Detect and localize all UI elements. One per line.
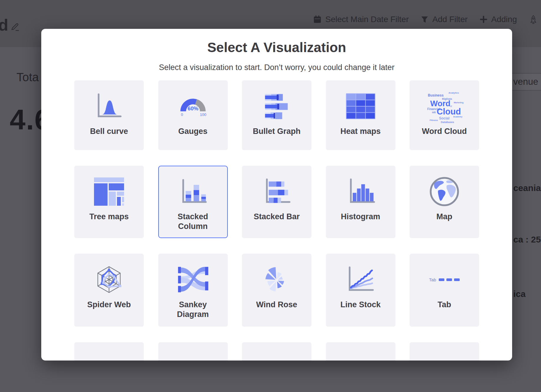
- viz-option-stub[interactable]: [242, 342, 311, 361]
- dashboard-toolbar: Select Main Date Filter Add Filter Addin…: [313, 15, 538, 24]
- viz-option-label: Wind Rose: [250, 300, 304, 310]
- viz-option-stub[interactable]: [326, 342, 395, 361]
- wind-rose-icon: [260, 262, 293, 297]
- viz-option-histogram[interactable]: Histogram: [326, 166, 395, 238]
- adding-button[interactable]: Adding: [479, 15, 517, 24]
- viz-option-stacked-column[interactable]: Stacked Column: [158, 166, 228, 238]
- sankey-diagram-icon: [177, 262, 209, 297]
- globe-map-icon: [428, 174, 460, 209]
- gauge-icon: 60% 0 100: [176, 89, 210, 124]
- add-filter-button[interactable]: Add Filter: [420, 15, 468, 24]
- viz-option-wind-rose[interactable]: Wind Rose: [242, 254, 311, 327]
- tree-map-icon: [94, 174, 124, 209]
- visualization-grid: Bell curve 60% 0 100 Gauges: [74, 80, 479, 361]
- rocket-icon: [529, 15, 538, 24]
- viz-option-bell-curve[interactable]: Bell curve: [74, 80, 144, 150]
- viz-option-label: Line Stock: [333, 300, 388, 310]
- viz-option-stub[interactable]: [158, 342, 228, 361]
- viz-option-heat-maps[interactable]: Heat maps: [326, 80, 395, 150]
- viz-option-spider-web[interactable]: Spider Web: [74, 254, 144, 327]
- select-visualization-modal: Select A Visualization Select a visualiz…: [41, 29, 512, 361]
- add-filter-label: Add Filter: [432, 15, 468, 24]
- viz-option-bullet-graph[interactable]: Bullet Graph: [242, 80, 311, 150]
- plus-icon: [479, 15, 488, 24]
- gauge-min: 0: [181, 112, 183, 117]
- gauge-max: 100: [200, 112, 206, 117]
- histogram-icon: [345, 174, 376, 209]
- viz-option-gauges[interactable]: 60% 0 100 Gauges: [158, 80, 228, 150]
- viz-option-label: Tab: [417, 300, 472, 310]
- line-stock-icon: [345, 262, 376, 297]
- modal-subtitle: Select a visualization to start. Don’t w…: [41, 63, 512, 72]
- spider-web-icon: [93, 262, 125, 297]
- legend-fragment-america: ca : 25.95: [513, 235, 541, 245]
- tab-icon: Tab: [429, 262, 460, 297]
- gauge-value: 60%: [187, 105, 198, 112]
- viz-option-word-cloud[interactable]: Business Analytics BigData Word Marketin…: [410, 80, 479, 150]
- viz-option-stub[interactable]: [74, 342, 144, 361]
- word-cloud-icon: Business Analytics BigData Word Marketin…: [424, 89, 465, 124]
- viz-option-stub[interactable]: [410, 342, 479, 361]
- viz-option-label: Spider Web: [82, 300, 136, 310]
- viz-option-label: Bell curve: [82, 127, 136, 136]
- modal-title: Select A Visualization: [41, 39, 512, 55]
- viz-option-tree-maps[interactable]: Tree maps: [74, 166, 144, 238]
- viz-option-map[interactable]: Map: [410, 166, 479, 238]
- metric-label-fragment: Tota: [17, 71, 39, 84]
- bullet-graph-icon: [261, 89, 292, 124]
- viz-option-label: Word Cloud: [417, 127, 472, 136]
- viz-option-label: Tree maps: [82, 212, 136, 222]
- stacked-bar-icon: [261, 174, 292, 209]
- heat-map-icon: [346, 89, 375, 124]
- viz-option-tab[interactable]: Tab Tab: [410, 254, 479, 327]
- viz-option-label: Map: [417, 212, 472, 222]
- funnel-icon: [420, 15, 429, 24]
- viz-option-label: Sankey Diagram: [166, 300, 220, 319]
- viz-option-label: Gauges: [166, 127, 220, 136]
- tab-icon-text: Tab: [429, 277, 436, 282]
- launch-button[interactable]: [529, 15, 538, 24]
- viz-option-label: Heat maps: [333, 127, 388, 136]
- viz-option-sankey-diagram[interactable]: Sankey Diagram: [158, 254, 228, 327]
- dashboard-title-fragment: d: [0, 15, 8, 34]
- calendar-icon: [313, 15, 322, 24]
- viz-option-label: Histogram: [333, 212, 388, 222]
- select-main-date-filter-button[interactable]: Select Main Date Filter: [313, 15, 409, 24]
- viz-option-label: Stacked Column: [166, 212, 220, 231]
- stacked-column-icon: [178, 174, 208, 209]
- legend-fragment-oceania: ceania : 8: [513, 183, 541, 193]
- viz-option-label: Bullet Graph: [250, 127, 304, 136]
- viz-option-label: Stacked Bar: [250, 212, 304, 222]
- adding-label: Adding: [491, 15, 517, 24]
- bell-curve-icon: [94, 89, 124, 124]
- legend-fragment-africa: ica: [513, 289, 526, 299]
- viz-option-line-stock[interactable]: Line Stock: [326, 254, 395, 327]
- viz-option-stacked-bar[interactable]: Stacked Bar: [242, 166, 311, 238]
- edit-pencil-icon[interactable]: [11, 21, 21, 31]
- select-main-date-filter-label: Select Main Date Filter: [325, 15, 409, 24]
